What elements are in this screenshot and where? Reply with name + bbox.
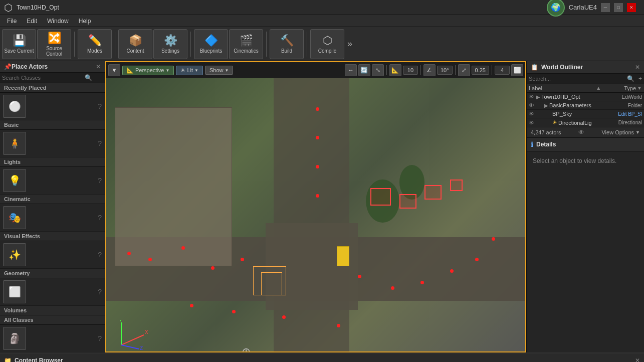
wireframe-box-2 — [261, 272, 282, 295]
actor-thumbnail-lights: 💡 — [3, 169, 26, 192]
actor-row-visual-effects[interactable]: ✨ ? — [0, 241, 105, 269]
actor-box-1 — [370, 188, 391, 206]
menu-window[interactable]: Window — [43, 17, 73, 26]
view-options-outliner-button[interactable]: View Options ▼ — [601, 129, 640, 135]
col-filter-icon[interactable]: ▼ — [637, 85, 642, 91]
close-button[interactable]: ✕ — [627, 3, 636, 12]
place-actors-close[interactable]: ✕ — [96, 63, 101, 70]
modes-button[interactable]: ✏️ Modes — [78, 29, 112, 59]
outliner-item-directional[interactable]: 👁 ☀ DirectionalLig Directional — [527, 118, 644, 127]
menu-edit[interactable]: Edit — [23, 17, 41, 26]
arrow-icon-world: ▶ — [536, 94, 540, 100]
content-browser-close[interactable]: ✕ — [635, 357, 640, 363]
scale-icon-btn2[interactable]: ⤢ — [458, 64, 470, 76]
actor-row-sphere[interactable]: ⚪ ? — [0, 93, 105, 120]
blueprints-button[interactable]: 🔷 Blueprints — [194, 29, 228, 59]
content-button[interactable]: 📦 Content — [118, 29, 152, 59]
actor-row-cinematic[interactable]: 🎭 ? — [0, 204, 105, 232]
arrow-icon-basic: ▶ — [544, 103, 548, 108]
menu-file[interactable]: File — [3, 17, 21, 26]
actor-thumbnail-all: 🗿 — [3, 327, 26, 350]
nav-compass: ⊕ — [242, 345, 251, 352]
yellow-vehicle — [337, 246, 349, 266]
toolbar-divider-2 — [115, 32, 115, 57]
perspective-icon: 📐 — [127, 67, 134, 74]
details-header: ℹ Details — [527, 138, 644, 151]
actor-help-geometry[interactable]: ? — [98, 288, 102, 296]
perspective-label: Perspective — [135, 67, 164, 73]
grid-value[interactable]: 10 — [403, 66, 418, 75]
building-left — [115, 107, 232, 266]
maximize-button[interactable]: □ — [614, 3, 623, 12]
transform-icon-btn[interactable]: ↔ — [345, 64, 357, 76]
item-name-world: Town10HD_Opt — [541, 94, 611, 100]
toolbar-more-button[interactable]: » — [345, 39, 354, 49]
toolbar-divider-5 — [307, 32, 307, 57]
visual-effects-header: Visual Effects — [0, 232, 105, 241]
viewport-toolbar-right: ↔ 🔄 ⤡ 📐 10 ∠ 10° ⤢ 0.25 4 ⬜ — [345, 64, 523, 76]
volumes-header: Volumes — [0, 306, 105, 315]
outliner-add-button[interactable]: + — [638, 75, 642, 82]
show-button[interactable]: Show ▼ — [205, 66, 233, 75]
ue4-logo: ⬡ — [4, 2, 13, 14]
outliner-close[interactable]: ✕ — [635, 64, 640, 71]
col-type-header: Type — [601, 85, 636, 91]
item-type-bpsky: Edit BP_Sl — [612, 111, 642, 117]
svg-line-4 — [121, 345, 139, 349]
actor-row-lights[interactable]: 💡 ? — [0, 167, 105, 195]
settings-button[interactable]: ⚙️ Settings — [153, 29, 187, 59]
svg-text:X: X — [145, 329, 148, 335]
lit-button[interactable]: ☀ Lit ▼ — [176, 66, 203, 75]
source-control-button[interactable]: 🔀 Source Control — [37, 29, 71, 59]
menu-help[interactable]: Help — [75, 17, 95, 26]
geometry-header: Geometry — [0, 269, 105, 278]
col-value[interactable]: 4 — [495, 66, 510, 75]
cinematic-header: Cinematic — [0, 195, 105, 204]
outliner-item-world[interactable]: 👁 ▶ Town10HD_Opt EdiWorld — [527, 93, 644, 101]
compile-button[interactable]: ⬡ Compile — [310, 29, 344, 59]
actor-count-bar: 4,247 actors 👁 View Options ▼ — [527, 127, 644, 138]
actor-thumbnail-ve: ✨ — [3, 243, 26, 266]
actor-help-lights[interactable]: ? — [98, 176, 102, 185]
scale-value[interactable]: 0.25 — [472, 66, 489, 75]
outliner-search-input[interactable] — [529, 76, 625, 82]
outliner-title: World Outliner — [541, 64, 583, 71]
content-browser-title: Content Browser — [15, 357, 63, 363]
actor-help-ve[interactable]: ? — [98, 251, 102, 259]
cinematics-button[interactable]: 🎬 Cinematics — [229, 29, 263, 59]
lit-icon: ☀ — [180, 67, 185, 74]
save-current-button[interactable]: 💾 Save Current — [2, 29, 36, 59]
perspective-button[interactable]: 📐 Perspective ▼ — [122, 66, 174, 75]
actor-help-cinematic[interactable]: ? — [98, 214, 102, 222]
outliner-item-bpsky[interactable]: 👁 BP_Sky Edit BP_Sl — [527, 110, 644, 118]
maximize-viewport-btn[interactable]: ⬜ — [511, 64, 523, 76]
chevron-down-icon: ▼ — [165, 68, 169, 73]
viewport-scene[interactable]: X Y Z ⊕ Level: Town10HD_Opt (Persistent) — [106, 78, 525, 352]
build-button[interactable]: 🔨 Build — [270, 29, 304, 59]
actor-box-2 — [399, 194, 416, 209]
viewport-dropdown-button[interactable]: ▼ — [108, 64, 120, 76]
angle-value[interactable]: 10° — [437, 66, 453, 75]
actor-row-basic[interactable]: 🧍 ? — [0, 130, 105, 157]
actor-help-all[interactable]: ? — [98, 334, 102, 342]
outliner-item-basicparams[interactable]: 👁 ▶ BasicParameters Folder — [527, 101, 644, 110]
actor-row-all[interactable]: 🗿 ? — [0, 325, 105, 352]
angle-icon-btn[interactable]: ∠ — [423, 64, 436, 76]
svg-text:Z: Z — [140, 345, 143, 351]
toolbar-divider-4 — [266, 32, 267, 57]
scale-icon-btn[interactable]: ⤡ — [372, 64, 384, 76]
search-classes-input[interactable] — [2, 75, 85, 81]
outliner-columns: Label ▲ Type ▼ — [527, 84, 644, 93]
viewport[interactable]: ▼ 📐 Perspective ▼ ☀ Lit ▼ Show ▼ ↔ 🔄 ⤡ 📐 — [105, 61, 526, 352]
actor-help-basic[interactable]: ? — [98, 139, 102, 147]
snap-icon-btn[interactable]: 📐 — [389, 64, 401, 76]
actor-thumbnail-geometry: ⬜ — [3, 280, 26, 303]
rotate-icon-btn[interactable]: 🔄 — [358, 64, 370, 76]
actor-help-sphere[interactable]: ? — [98, 102, 102, 110]
waypoint-12 — [190, 304, 193, 307]
vp-sep-1 — [386, 65, 387, 75]
sort-icon[interactable]: ▲ — [596, 85, 601, 91]
minimize-button[interactable]: ─ — [601, 3, 610, 12]
actor-thumbnail-cinematic: 🎭 — [3, 206, 26, 229]
actor-row-geometry[interactable]: ⬜ ? — [0, 278, 105, 306]
